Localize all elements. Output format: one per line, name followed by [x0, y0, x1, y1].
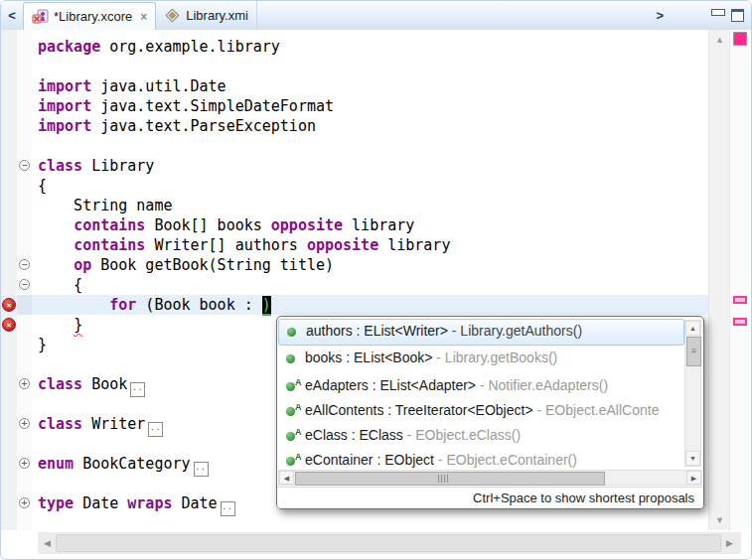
code-text: [38, 316, 74, 334]
folded-region-box[interactable]: ..: [130, 382, 145, 397]
code-keyword: class: [38, 415, 82, 433]
popup-scroll-up-icon[interactable]: ▲: [685, 321, 700, 336]
code-keyword: opposite: [307, 236, 378, 254]
code-keyword: import: [38, 77, 91, 95]
code-keyword: import: [38, 117, 91, 135]
horizontal-scrollbar-thumb[interactable]: [56, 534, 721, 552]
code-text: [38, 256, 74, 274]
code-keyword: class: [38, 375, 82, 393]
abstract-decorator: A: [295, 420, 303, 445]
field-proposal-icon: [286, 407, 295, 416]
popup-horizontal-thumb[interactable]: [295, 472, 605, 486]
code-text: [38, 236, 74, 254]
expand-fold-icon[interactable]: +: [19, 458, 30, 469]
error-marker-icon[interactable]: ×: [2, 318, 16, 332]
proposal-label: eContainer : EObject: [305, 452, 434, 468]
proposal-item[interactable]: books : EList<Book> - Library.getBooks(): [278, 346, 702, 370]
expand-fold-icon[interactable]: +: [19, 418, 30, 429]
code-keyword: opposite: [271, 216, 343, 234]
folded-region-box[interactable]: ..: [194, 462, 209, 477]
overview-error-marker[interactable]: [733, 318, 747, 326]
field-proposal-icon: [287, 328, 296, 337]
folding-ruler: −−−++++: [17, 30, 32, 530]
code-line: [32, 57, 708, 76]
annotation-ruler: ××: [1, 30, 17, 530]
tab-library-xmi[interactable]: Library.xmi: [156, 1, 257, 30]
expand-fold-icon[interactable]: +: [19, 378, 30, 389]
overview-error-summary-marker[interactable]: [733, 32, 747, 46]
popup-scroll-left-icon[interactable]: ◀: [279, 471, 294, 485]
popup-scroll-right-icon[interactable]: ▶: [686, 471, 701, 485]
code-text: Date: [74, 494, 127, 512]
code-line: {: [32, 176, 708, 196]
folded-region-box[interactable]: ..: [148, 422, 163, 437]
scroll-right-icon[interactable]: ▶: [726, 532, 733, 554]
proposal-qualifier: - Library.getAuthors(): [448, 323, 582, 339]
proposal-item[interactable]: AeAllContents : TreeIterator<EObject> - …: [278, 395, 702, 420]
overview-error-marker[interactable]: [733, 296, 747, 304]
code-keyword: import: [38, 97, 91, 115]
close-tab-icon[interactable]: ×: [140, 10, 147, 24]
scroll-down-icon[interactable]: ▼: [709, 515, 730, 525]
code-text: }: [38, 336, 47, 353]
collapse-fold-icon[interactable]: −: [19, 279, 30, 290]
view-buttons: [711, 1, 751, 30]
xmi-file-icon: [164, 8, 181, 24]
popup-scroll-down-icon[interactable]: ▼: [685, 451, 700, 466]
code-text: [38, 216, 74, 234]
popup-vertical-thumb[interactable]: ≡: [686, 337, 701, 366]
proposal-item[interactable]: AeAdapters : EList<Adapter> - Notifier.e…: [278, 370, 702, 395]
tab-scroll-left-button[interactable]: <: [1, 1, 23, 30]
editor-horizontal-scrollbar[interactable]: ◀ ▶: [38, 532, 741, 554]
editor-vertical-scrollbar[interactable]: ▲ ▼: [708, 30, 730, 530]
scroll-up-icon[interactable]: ▲: [709, 35, 730, 45]
proposal-item[interactable]: AeContainer : EObject - EObject.eContain…: [278, 445, 702, 468]
proposal-label: books : EList<Book>: [305, 350, 432, 365]
scroll-left-icon[interactable]: ◀: [44, 532, 51, 554]
code-line: op Book getBook(String title): [32, 255, 708, 275]
collapse-fold-icon[interactable]: −: [19, 259, 30, 270]
minimize-icon[interactable]: [711, 9, 725, 16]
error-marker-icon[interactable]: ×: [2, 298, 16, 312]
expand-fold-icon[interactable]: +: [19, 497, 30, 508]
code-text: {: [38, 276, 82, 294]
proposal-qualifier: - EObject.eContainer(): [434, 452, 577, 468]
field-proposal-icon: [286, 354, 295, 363]
proposal-label: authors : EList<Writer>: [306, 323, 448, 339]
code-line: import java.util.Date: [32, 76, 708, 96]
code-keyword: class: [38, 157, 82, 175]
content-assist-status: Ctrl+Space to show shortest proposals: [277, 487, 703, 508]
tab-overflow-chevron[interactable]: >: [656, 1, 664, 30]
proposal-item[interactable]: AeClass : EClass - EObject.eClass(): [278, 420, 702, 445]
code-text: library: [378, 236, 450, 254]
popup-horizontal-scrollbar[interactable]: ◀ ▶: [278, 470, 702, 486]
code-keyword: wraps: [127, 494, 172, 512]
code-text: Writer: [82, 415, 145, 433]
maximize-icon[interactable]: [731, 9, 744, 22]
editor-tab-bar: < *Library.xcore × Library: [1, 1, 751, 31]
code-text: Date: [172, 494, 217, 512]
code-line: import java.text.ParseException: [32, 116, 708, 136]
code-keyword: type: [38, 494, 74, 512]
code-text: {: [38, 177, 47, 195]
code-text: Book getBook(String title): [91, 256, 334, 274]
collapse-fold-icon[interactable]: −: [19, 160, 30, 171]
code-line: contains Writer[] authors opposite libra…: [32, 235, 708, 255]
code-text: library: [343, 216, 414, 234]
popup-vertical-scrollbar[interactable]: ▲ ≡ ▼: [684, 320, 701, 467]
proposal-qualifier: - Notifier.eAdapters(): [476, 377, 608, 393]
overview-ruler: [729, 30, 752, 530]
code-line: [32, 513, 708, 533]
tab-library-xcore[interactable]: *Library.xcore ×: [23, 2, 156, 30]
fold-range-highlight: [17, 295, 32, 315]
proposal-list: authors : EList<Writer> - Library.getAut…: [278, 319, 702, 468]
tab-bar-spacer: [257, 1, 657, 30]
code-text: java.text.ParseException: [91, 117, 316, 135]
proposal-label: eClass : EClass: [305, 427, 403, 443]
proposal-item-selected[interactable]: authors : EList<Writer> - Library.getAut…: [278, 319, 684, 346]
field-proposal-icon: [286, 457, 295, 466]
code-keyword: contains: [74, 216, 145, 234]
folded-region-box[interactable]: ..: [221, 501, 235, 516]
code-text: org.example.library: [100, 38, 280, 56]
code-text: ): [262, 296, 271, 316]
